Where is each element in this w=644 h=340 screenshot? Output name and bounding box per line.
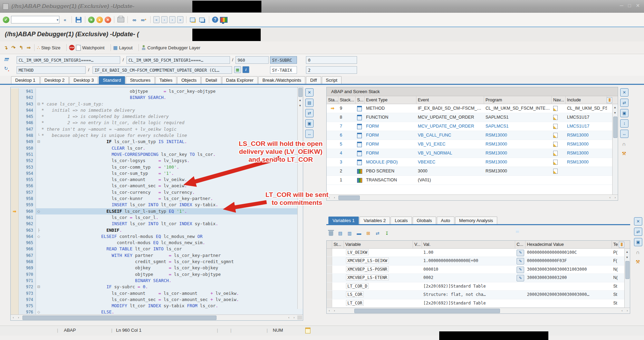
code-text[interactable]: ELSE. [41,309,298,314]
variable-row-xmcvbep-ls-etenr[interactable]: XMCVBEP_LS-ETENR00023000300030003200N( [327,274,630,282]
code-line-959[interactable]: 959 INSERT ls_cor INTO lt_cor INDEX sy-t… [11,202,298,208]
info-icon[interactable] [242,66,249,73]
include[interactable]: RSM13000 [566,149,607,158]
variable-value[interactable]: [2x20(692)]Standard Table [422,282,515,291]
fit-height-icon[interactable] [620,119,628,128]
variable-value[interactable]: 1.0000000000000000E+00 [422,257,515,265]
code-text[interactable]: ls_cor-comm_typ = '100'. [41,164,298,170]
tab-script[interactable]: Script [322,76,342,84]
variables-col-val[interactable]: Val. [422,241,515,248]
fold-marker[interactable]: ◇ [36,309,41,314]
fold-marker[interactable] [36,170,41,177]
event[interactable]: VBEXEC [416,158,484,167]
customize-layout-icon[interactable] [220,17,228,23]
navigate-icon[interactable] [552,122,566,131]
event-type[interactable]: TRANSACTION [365,176,416,184]
fit-width-icon[interactable] [305,130,314,138]
close-services-icon[interactable] [305,88,314,97]
fold-marker[interactable] [36,107,41,113]
code-text[interactable]: credit_sgmnt = ls_cor_key-credit_sgmnt [41,259,298,265]
scroll-down-icon[interactable]: ▼ [613,110,617,116]
code-line-976[interactable]: 976◇ ELSE. [11,309,298,314]
code-line-954[interactable]: 954 ls_cor-sum_typ = '1'. [11,170,298,177]
code-text[interactable]: objkey = ls_cor_key-objkey [41,265,298,271]
line-number-field[interactable]: 960 [236,56,269,64]
fold-marker[interactable]: ├ [36,227,41,233]
change-value-icon[interactable] [515,257,526,265]
column-config-icon[interactable] [619,242,624,248]
maximize-button[interactable] [628,3,631,8]
event-type[interactable]: PBO SCREEN [365,167,416,176]
variable-name-field[interactable]: LS_COR [346,291,364,297]
compare-icon[interactable] [365,230,372,237]
swap-tool-icon[interactable] [634,228,642,236]
code-text[interactable]: * 1 => is completed by immediate deliver… [41,113,298,120]
tab-objects[interactable]: Objects [177,76,201,84]
tab-memory-analysis[interactable]: Memory Analysis [455,217,497,224]
stack-row-7[interactable]: 7FORMMCV_UPDATE_CM_ORDERSAPLMCS1LMCS1U17 [327,122,618,131]
watchpoint-icon[interactable] [76,45,81,51]
tab-variables-2[interactable]: Variables 2 [359,217,390,224]
stack-row-3[interactable]: 3MODULE (PBO)VBEXECRSM13000RSM13000 [327,158,618,167]
fold-marker[interactable] [36,252,41,259]
program[interactable] [484,176,552,184]
scroll-left-icon[interactable]: ‹ [327,309,332,312]
navigate-icon[interactable] [552,158,566,167]
enter-icon[interactable] [3,17,9,23]
include-field[interactable]: CL_IM_UKM_SD_FSCM_INTEGR1====… [126,56,230,64]
stack-horizontal-scrollbar[interactable]: ‹ › ‹ › [327,194,618,200]
fold-marker[interactable] [36,177,41,183]
code-text[interactable]: ELSEIF ls_cor_l-sum_typ EQ '1'. [41,208,298,214]
breakpoint-margin[interactable] [11,252,19,259]
swap-tool-icon[interactable] [305,109,314,117]
variable-value[interactable]: Structure: flat, not cha… [422,291,515,299]
tab-globals[interactable]: Globals [413,217,436,224]
editor-horizontal-scrollbar[interactable]: ‹ › ‹ › [11,314,303,320]
step-return-icon[interactable] [18,45,24,50]
fold-marker[interactable] [36,151,41,158]
exit-icon[interactable] [96,17,103,23]
variables-col-st[interactable]: St... [332,241,344,248]
scroll-left-icon[interactable]: ‹ [607,196,613,199]
code-line-957[interactable]: 957 ls_cor-currency = lv_currency. [11,189,298,196]
stack-col-nav[interactable]: Nav... [552,96,566,104]
tab-break-watchpoints[interactable]: Break./Watchpoints [258,76,305,84]
breakpoint-margin[interactable] [11,309,19,314]
fold-marker[interactable] [36,158,41,164]
event-type[interactable]: METHOD [365,104,416,113]
layout-button[interactable]: Layout [119,45,133,50]
navigate-icon[interactable] [552,131,566,140]
scroll-right-icon[interactable]: › [613,196,618,199]
configure-debugger-layer-icon[interactable] [141,45,146,50]
chevron-down-icon[interactable]: ▾ [57,18,58,22]
variables-vertical-scrollbar[interactable]: ▲ ▼ [624,249,630,308]
first-page-icon[interactable]: « [153,16,160,23]
breakpoint-margin[interactable] [11,189,19,196]
close-services-icon[interactable] [620,88,628,97]
stack-row-1[interactable]: 1TRANSACTION(VA01) [327,176,618,185]
code-text[interactable]: ls_cor = ls_cor_l. [41,214,298,221]
breakpoint-margin[interactable] [11,278,19,284]
breakpoint-margin[interactable] [11,183,19,189]
code-text[interactable]: ls_cor-amount_sec = lv_aoeiw. [41,183,298,189]
navigate-icon[interactable] [552,104,566,113]
scroll-down-icon[interactable]: ▼ [298,103,302,108]
row-marker[interactable] [327,274,332,282]
change-value-icon[interactable] [515,249,526,257]
headphones-icon[interactable] [634,248,642,256]
row-marker[interactable] [327,257,332,265]
code-line-961[interactable]: 961 ls_cor = ls_cor_l. [11,214,298,221]
event[interactable]: VB_CALL_FUNC [416,131,484,140]
full-screen-icon[interactable] [634,238,642,246]
event[interactable]: IF_EX_BADI_SD_CM~FSCM_… [416,104,484,113]
variable-value[interactable]: 000010 [422,266,515,274]
scroll-left-icon[interactable]: ‹ [286,316,291,319]
code-line-947[interactable]: 947* there isn't any ~amount = ~amount +… [11,126,298,132]
navigate-icon[interactable] [552,167,566,176]
breakpoint-margin[interactable] [11,284,19,290]
breakpoint-margin[interactable] [11,164,19,170]
code-line-972[interactable]: 972⊟ IF sy-subrc = 0. [11,284,298,290]
breakpoint-margin[interactable] [11,196,19,202]
code-text[interactable]: objtype = ls_cor_key-objtype [41,271,298,278]
scroll-right-icon[interactable]: › [16,316,21,319]
